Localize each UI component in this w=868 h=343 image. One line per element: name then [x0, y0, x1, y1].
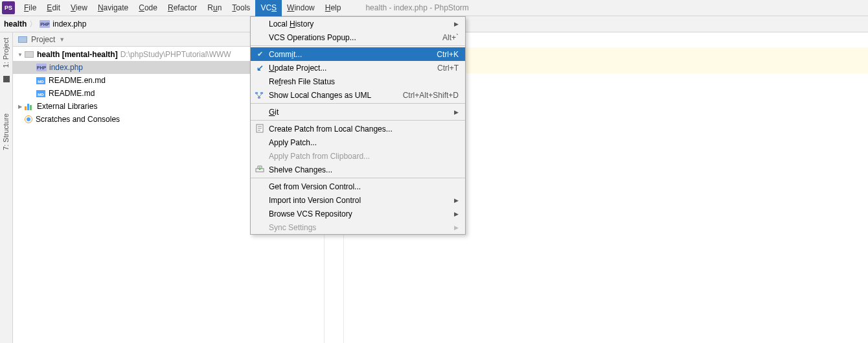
menu-code[interactable]: Code: [133, 0, 163, 16]
menu-sync-settings: Sync Settings▶: [251, 220, 465, 234]
library-icon: [25, 103, 34, 110]
menu-separator: [251, 45, 465, 46]
submenu-arrow-icon: ▶: [454, 197, 459, 204]
menu-window[interactable]: Window: [282, 0, 320, 16]
php-file-icon: PHP: [36, 64, 47, 71]
menu-shelve-changes[interactable]: Shelve Changes...: [251, 163, 465, 176]
menu-separator: [251, 120, 465, 121]
menu-run[interactable]: Run: [202, 0, 227, 16]
vcs-dropdown-menu: Local History▶ VCS Operations Popup...Al…: [250, 16, 466, 235]
breadcrumb-root[interactable]: health: [4, 19, 27, 29]
window-title: health - index.php - PhpStorm: [365, 3, 468, 12]
menu-separator: [251, 103, 465, 104]
menu-show-local-changes-uml[interactable]: Show Local Changes as UMLCtrl+Alt+Shift+…: [251, 88, 465, 102]
patch-icon: [255, 124, 265, 134]
menu-vcs-operations-popup[interactable]: VCS Operations Popup...Alt+`: [251, 30, 465, 44]
menu-import-into-version-control[interactable]: Import into Version Control▶: [251, 193, 465, 207]
breadcrumb-file[interactable]: index.php: [52, 19, 86, 29]
tree-scratches[interactable]: Scratches and Consoles: [13, 113, 250, 126]
project-view-icon: [18, 36, 27, 43]
uml-icon: [255, 91, 265, 99]
scratches-icon: [25, 115, 32, 123]
tree-node-label: External Libraries: [37, 102, 97, 111]
menu-local-history[interactable]: Local History▶: [251, 17, 465, 30]
folder-icon: [25, 51, 34, 58]
tool-tab-project[interactable]: 1: Project: [0, 32, 12, 73]
shortcut-label: Ctrl+K: [437, 50, 459, 59]
tool-tab-icon: [3, 76, 10, 82]
tree-file-readme-en[interactable]: MD README.en.md: [13, 74, 250, 87]
breadcrumb-separator: 〉: [29, 19, 37, 30]
project-name-label: health [mental-health]: [37, 50, 118, 59]
menu-help[interactable]: Help: [320, 0, 347, 16]
menu-commit[interactable]: ✔ Commit...Ctrl+K: [251, 47, 465, 61]
menu-refactor[interactable]: Refactor: [163, 0, 202, 16]
tree-file-readme[interactable]: MD README.md: [13, 87, 250, 100]
tree-file-label: index.php: [49, 63, 83, 72]
submenu-arrow-icon: ▶: [454, 21, 459, 27]
submenu-arrow-icon: ▶: [454, 109, 459, 115]
app-icon: PS: [2, 1, 15, 14]
project-view-dropdown-icon[interactable]: ▼: [59, 36, 65, 43]
tree-project-root[interactable]: ▼ health [mental-health] D:\phpStudy\PHP…: [13, 48, 250, 61]
svg-rect-0: [255, 92, 258, 94]
update-icon: ↙: [255, 65, 265, 71]
menu-view[interactable]: View: [65, 0, 93, 16]
menu-browse-vcs-repository[interactable]: Browse VCS Repository▶: [251, 207, 465, 220]
check-icon: ✔: [255, 50, 265, 58]
menu-navigate[interactable]: Navigate: [93, 0, 133, 16]
menu-create-patch[interactable]: Create Patch from Local Changes...: [251, 122, 465, 136]
tree-file-index[interactable]: PHP index.php: [13, 61, 250, 74]
project-tool-header: Project ▼: [13, 32, 250, 47]
menu-separator: [251, 178, 465, 178]
shortcut-label: Ctrl+Alt+Shift+D: [403, 91, 459, 100]
menu-edit[interactable]: Edit: [41, 0, 65, 16]
tree-external-libraries[interactable]: ▶ External Libraries: [13, 100, 250, 113]
shelve-icon: [255, 165, 265, 174]
svg-rect-2: [258, 97, 260, 99]
tree-expand-icon[interactable]: ▶: [17, 104, 23, 110]
php-file-icon: PHP: [40, 20, 50, 28]
shortcut-label: Alt+`: [442, 33, 459, 42]
project-path-label: D:\phpStudy\PHPTutorial\WWW: [120, 50, 231, 59]
menu-update-project[interactable]: ↙ Update Project...Ctrl+T: [251, 61, 465, 75]
project-tree[interactable]: ▼ health [mental-health] D:\phpStudy\PHP…: [13, 47, 250, 126]
main-menu-bar: PS File Edit View Navigate Code Refactor…: [0, 0, 868, 16]
tree-expand-icon[interactable]: ▼: [17, 52, 23, 58]
project-tool-title[interactable]: Project: [31, 35, 55, 44]
menu-refresh-file-status[interactable]: Refresh File Status: [251, 75, 465, 88]
markdown-file-icon: MD: [36, 90, 45, 97]
svg-rect-1: [260, 92, 263, 94]
submenu-arrow-icon: ▶: [454, 224, 459, 231]
tree-file-label: README.en.md: [49, 76, 106, 85]
submenu-arrow-icon: ▶: [454, 211, 459, 217]
menu-tools[interactable]: Tools: [227, 0, 255, 16]
menu-file[interactable]: File: [19, 0, 41, 16]
shortcut-label: Ctrl+T: [437, 64, 459, 73]
menu-vcs[interactable]: VCS: [255, 0, 282, 16]
tool-tab-structure[interactable]: 7: Structure: [0, 108, 12, 156]
menu-apply-patch[interactable]: Apply Patch...: [251, 136, 465, 149]
menu-apply-patch-clipboard: Apply Patch from Clipboard...: [251, 149, 465, 163]
editor-highlight-region: [466, 47, 868, 73]
tree-node-label: Scratches and Consoles: [36, 115, 120, 124]
menu-get-from-version-control[interactable]: Get from Version Control...: [251, 180, 465, 193]
menu-git[interactable]: Git▶: [251, 105, 465, 119]
markdown-file-icon: MD: [36, 77, 45, 84]
tree-file-label: README.md: [49, 89, 95, 98]
left-tool-strip: 1: Project 7: Structure: [0, 32, 13, 343]
